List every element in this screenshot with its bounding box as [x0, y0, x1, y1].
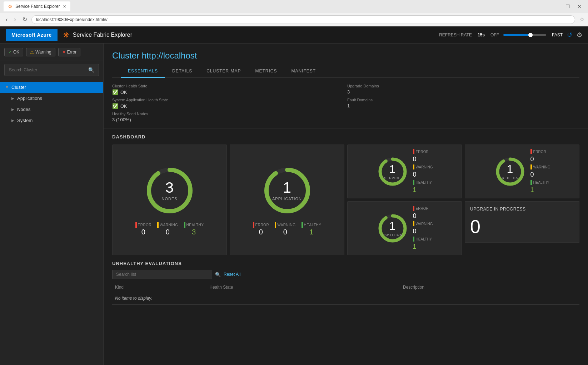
nodes-healthy-dot	[184, 222, 185, 228]
essentials-section: Cluster Health State ✅ OK Upgrade Domain…	[104, 78, 588, 128]
app-title-area: ❋ Service Fabric Explorer	[63, 31, 132, 39]
replicas-label: REPLICA	[502, 176, 518, 180]
error-filter-label: Error	[67, 50, 77, 55]
services-healthy-value: 1	[413, 186, 433, 194]
app-warning-stat: WARNING 0	[275, 222, 295, 236]
applications-card: 1 APPLICATION ERROR 0 WARNING 0	[230, 145, 344, 255]
search-icon: 🔍	[88, 67, 94, 73]
rep-warning-dot	[530, 164, 532, 169]
azure-brand-label: Microsoft Azure	[6, 29, 58, 41]
sidebar-item-system[interactable]: ▶ System	[0, 115, 103, 126]
back-button[interactable]: ‹	[4, 16, 10, 24]
tab-close-button[interactable]: ✕	[63, 4, 66, 9]
replicas-count: 1	[502, 163, 518, 175]
unhealthy-evaluations-section: UNHEALTHY EVALUATIONS 🔍 Reset All Kind H…	[104, 261, 588, 310]
warning-filter-button[interactable]: ⚠ Warning	[26, 48, 55, 56]
ok-filter-icon: ✓	[8, 50, 12, 55]
minimize-button[interactable]: —	[550, 3, 561, 10]
applications-label: Applications	[17, 96, 42, 101]
app-healthy-stat: HEALTHY 1	[302, 222, 322, 236]
eval-table: Kind Health State Description No items t…	[112, 283, 579, 305]
nodes-stats: ERROR 0 WARNING 0 HEALTHY 3	[135, 222, 204, 236]
browser-nav: ‹ › ↻ ☆	[0, 13, 588, 26]
error-filter-button[interactable]: ✕ Error	[58, 48, 81, 56]
services-donut: 1 SERVICE	[377, 156, 409, 188]
nodes-donut-label: 3 NODES	[161, 180, 177, 201]
nodes-healthy-stat: HEALTHY 3	[184, 222, 204, 236]
no-items-row: No items to display.	[112, 292, 579, 305]
nav-right: REFRESH RATE 15s OFF FAST ↺ ⚙	[439, 31, 582, 39]
refresh-slider[interactable]	[503, 34, 546, 36]
top-nav: Microsoft Azure ❋ Service Fabric Explore…	[0, 26, 588, 44]
app-icon: ❋	[63, 31, 69, 39]
cluster-health-state-item: Cluster Health State ✅ OK	[112, 84, 344, 95]
dashboard-section: DASHBOARD 3 NODES	[104, 128, 588, 261]
nodes-chevron-icon: ▶	[11, 107, 14, 111]
maximize-button[interactable]: ☐	[563, 3, 573, 10]
partitions-error-value: 0	[413, 212, 433, 220]
browser-tab[interactable]: ⚙ Service Fabric Explorer ✕	[4, 1, 70, 11]
app-title-label: Service Fabric Explorer	[73, 32, 132, 38]
bookmark-icon[interactable]: ☆	[579, 16, 584, 23]
fault-domains-label: Fault Domains	[347, 98, 579, 102]
applications-stats: ERROR 0 WARNING 0 HEALTHY 1	[253, 222, 322, 236]
sidebar-item-cluster[interactable]: ▶ Cluster	[0, 82, 103, 93]
system-chevron-icon: ▶	[11, 118, 14, 122]
refresh-icon-button[interactable]: ↺	[567, 31, 572, 39]
main-layout: ✓ OK ⚠ Warning ✕ Error 🔍 ▶ Clu	[0, 44, 588, 365]
settings-icon-button[interactable]: ⚙	[577, 31, 582, 39]
sidebar: ✓ OK ⚠ Warning ✕ Error 🔍 ▶ Clu	[0, 44, 104, 365]
cluster-search-input[interactable]	[9, 67, 88, 72]
nodes-card: 3 NODES ERROR 0 WARNING 0	[112, 145, 227, 255]
tab-metrics[interactable]: METRICS	[248, 65, 284, 78]
upgrade-card: UPGRADE IN PROGRESS 0	[465, 201, 579, 243]
tab-essentials[interactable]: ESSENTIALS	[121, 65, 165, 78]
ok-filter-button[interactable]: ✓ OK	[4, 48, 23, 56]
replicas-donut: 1 REPLICA	[494, 156, 526, 188]
sidebar-filters: ✓ OK ⚠ Warning ✕ Error	[0, 44, 103, 61]
svc-healthy-dot	[413, 180, 414, 185]
nodes-warning-stat: WARNING 0	[157, 222, 178, 236]
refresh-off-label: OFF	[490, 32, 499, 37]
cluster-health-state-label: Cluster Health State	[112, 84, 344, 88]
warning-filter-icon: ⚠	[30, 50, 34, 55]
warning-filter-label: Warning	[35, 50, 51, 55]
services-stats: ERROR 0 WARNING 0 HEALTHY	[413, 149, 433, 194]
error-filter-icon: ✕	[62, 50, 66, 55]
cluster-url-text: http://localhost	[142, 51, 197, 60]
system-health-ok-icon: ✅	[112, 103, 118, 109]
sidebar-item-applications[interactable]: ▶ Applications	[0, 93, 103, 104]
sidebar-item-nodes[interactable]: ▶ Nodes	[0, 104, 103, 115]
cluster-search-bar: 🔍	[4, 64, 99, 76]
nodes-healthy-value: 3	[184, 228, 204, 236]
tree-nav: ▶ Cluster ▶ Applications ▶ Nodes ▶ Syste…	[0, 79, 103, 365]
eval-search-input[interactable]	[112, 270, 212, 279]
services-count: 1	[384, 163, 400, 175]
services-card: 1 SERVICE ERROR 0	[347, 145, 462, 198]
tab-cluster-map[interactable]: CLUSTER MAP	[199, 65, 248, 78]
slider-track	[503, 34, 546, 36]
nodes-error-dot	[135, 222, 137, 228]
app-healthy-value: 1	[302, 228, 322, 236]
close-button[interactable]: ✕	[574, 3, 584, 10]
eval-search-icon: 🔍	[215, 272, 221, 277]
part-healthy-dot	[413, 237, 414, 242]
address-bar[interactable]	[31, 15, 575, 24]
slider-fill	[503, 34, 529, 36]
kind-column-header: Kind	[112, 283, 206, 292]
eval-search-row: 🔍 Reset All	[112, 270, 579, 279]
nodes-warning-value: 0	[157, 228, 178, 236]
main-content: Cluster http://localhost ESSENTIALS DETA…	[104, 44, 588, 365]
replicas-healthy-value: 1	[530, 186, 550, 194]
replicas-warning-value: 0	[530, 171, 550, 178]
partitions-count: 1	[382, 220, 402, 232]
reload-button[interactable]: ↻	[20, 15, 29, 24]
rep-healthy-dot	[530, 180, 532, 185]
applications-chevron-icon: ▶	[11, 96, 14, 100]
system-app-health-item: System Application Health State ✅ OK	[112, 98, 344, 109]
reset-all-button[interactable]: Reset All	[224, 272, 240, 277]
system-app-health-value: ✅ OK	[112, 103, 344, 109]
tab-details[interactable]: DETAILS	[165, 65, 199, 78]
tab-manifest[interactable]: MANIFEST	[284, 65, 323, 78]
forward-button[interactable]: ›	[12, 16, 18, 24]
